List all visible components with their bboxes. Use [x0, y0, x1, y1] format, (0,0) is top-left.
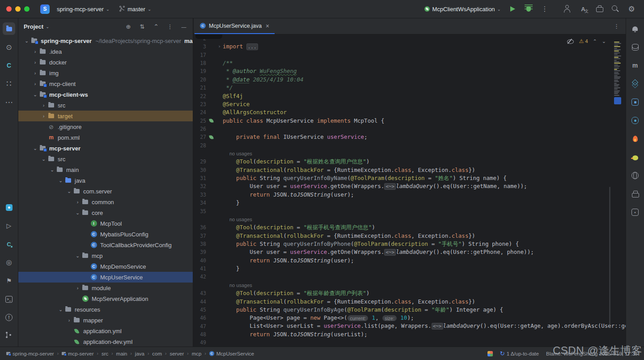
line-number[interactable]: 43 [194, 289, 206, 297]
code-line[interactable]: 47 List<User> userList = userService.lis… [194, 322, 626, 330]
dependencies-icon[interactable] [629, 77, 641, 90]
tree-item-application-dev-yml[interactable]: application-dev.yml [18, 336, 193, 347]
chevron-down-icon[interactable]: ⌄ [74, 253, 81, 259]
breadcrumb-item-main[interactable]: main [116, 351, 127, 356]
add-user-icon[interactable] [561, 3, 573, 15]
project-selector[interactable]: spring-mcp-server ⌄ [54, 4, 112, 14]
line-number[interactable]: 22 [194, 92, 206, 100]
line-number[interactable]: 27 [194, 133, 206, 141]
chevron-right-icon[interactable]: › [31, 81, 39, 86]
database-icon[interactable] [629, 41, 641, 53]
code-editor[interactable]: 23›import ...1718/**19 * @author WuFengS… [194, 34, 626, 347]
code-line[interactable]: 22@Slf4j [194, 92, 626, 100]
chevron-right-icon[interactable]: › [31, 70, 39, 76]
next-problem-icon[interactable]: ⌄ [602, 39, 606, 44]
previous-problem-icon[interactable]: ⌃ [593, 39, 597, 44]
tab-mcpuserservice-java[interactable]: C McpUserService.java × [195, 18, 275, 34]
tab-options-icon[interactable]: ⋮ [614, 23, 619, 30]
chevron-down-icon[interactable]: ⌄ [40, 156, 47, 162]
tree-item-mcpdemoservice[interactable]: CMcpDemoService [18, 261, 193, 272]
chevron-right-icon[interactable]: › [40, 103, 47, 108]
tree-item-mcpserverapplication[interactable]: McpServerApplication [18, 293, 193, 304]
codegeex-icon[interactable] [3, 59, 15, 72]
tree-item-docker[interactable]: ›docker [18, 57, 193, 68]
code-line[interactable]: 38 public String queryUserInfoByPhone(@T… [194, 240, 626, 248]
codegeex-chat-icon[interactable] [3, 238, 15, 250]
line-number[interactable]: 45 [194, 306, 206, 314]
tree-item-mybatisplusconfig[interactable]: CMybatisPlusConfig [18, 229, 193, 240]
line-number[interactable]: 29 [194, 158, 206, 166]
minimap-thumb[interactable] [614, 97, 621, 104]
tree-item-toolcallbackproviderconfig[interactable]: CToolCallbackProviderConfig [18, 240, 193, 250]
tree-item-img[interactable]: ›img [18, 68, 193, 78]
search-icon[interactable] [609, 3, 622, 15]
chevron-right-icon[interactable]: › [74, 199, 81, 205]
tree-item-target[interactable]: ›target [18, 111, 193, 121]
zoom-window-button[interactable] [24, 6, 30, 12]
code-line[interactable]: 2 [194, 34, 626, 43]
commit-icon[interactable] [3, 41, 15, 53]
tree-item-spring-mcp-server[interactable]: ⌄spring-mcp-server~/IdeaProjects/spring-… [18, 35, 193, 46]
chevron-down-icon[interactable]: ⌄ [57, 307, 64, 313]
chevron-right-icon[interactable]: › [31, 60, 39, 65]
usages-hint[interactable]: no usages [223, 215, 252, 223]
line-number[interactable]: 24 [194, 108, 206, 116]
code-line[interactable]: 3›import ... [194, 43, 626, 51]
code-line[interactable]: 36 @Tool(description = "根据手机号查询用户信息") [194, 223, 626, 231]
spring-bean-icon[interactable] [209, 135, 213, 139]
locate-file-icon[interactable] [125, 23, 132, 30]
code-line[interactable]: 32 User user = userService.getOne(Wrappe… [194, 182, 626, 190]
minimize-window-button[interactable] [15, 6, 21, 12]
project-icon[interactable] [3, 22, 15, 35]
chevron-right-icon[interactable]: › [40, 113, 47, 119]
editor-scrollbar[interactable] [609, 187, 610, 326]
breadcrumb-item-mcp[interactable]: mcp [192, 351, 202, 356]
line-number[interactable]: 38 [194, 240, 206, 248]
notifications-icon[interactable] [629, 22, 641, 35]
code-line[interactable]: 21 */ [194, 84, 626, 92]
tree-item-mcptool[interactable]: IMcpTool [18, 218, 193, 229]
tree-item-com-server[interactable]: ⌄com.server [18, 186, 193, 197]
line-number[interactable]: 47 [194, 322, 206, 330]
line-number[interactable]: 21 [194, 84, 206, 92]
code-inlay-row[interactable]: no usages [194, 150, 626, 158]
tree-item-mapper[interactable]: ›mapper [18, 315, 193, 326]
tree-item-main[interactable]: ⌄main [18, 164, 193, 175]
tree-item--gitignore[interactable]: ⊘.gitignore [18, 121, 193, 132]
line-number[interactable]: 17 [194, 51, 206, 59]
code-line[interactable]: 35 [194, 207, 626, 215]
code-inlay-row[interactable]: no usages [194, 215, 626, 223]
debug-icon[interactable] [522, 3, 535, 15]
code-line[interactable]: 25public class McpUserService implements… [194, 117, 626, 125]
code-line[interactable]: 37 @Transactional(rollbackFor = {Runtime… [194, 232, 626, 240]
code-line[interactable]: 28 [194, 141, 626, 150]
code-line[interactable]: 39 User user = userService.getOne(Wrappe… [194, 248, 626, 256]
line-number[interactable]: 49 [194, 339, 206, 347]
line-number[interactable]: 25 [194, 117, 206, 125]
code-line[interactable]: 42 [194, 273, 626, 281]
tree-item-resources[interactable]: ⌄resources [18, 304, 193, 315]
toolbox-icon[interactable] [593, 3, 606, 15]
run-config-selector[interactable]: McpClientWsApplication ⌄ [422, 4, 504, 14]
breadcrumb-item-mcp-server[interactable]: mcp-server [62, 351, 94, 356]
warnings-badge[interactable]: ⚠ 4 [579, 38, 588, 44]
chevron-down-icon[interactable]: ⌄ [31, 92, 39, 98]
close-window-button[interactable] [6, 6, 12, 12]
expand-all-icon[interactable] [139, 23, 146, 30]
tree-item-src[interactable]: ›src [18, 100, 193, 111]
line-number[interactable]: 18 [194, 59, 206, 67]
code-line[interactable]: 34 } [194, 199, 626, 207]
tree-item-pom-xml[interactable]: mpom.xml [18, 132, 193, 143]
line-number[interactable]: 48 [194, 330, 206, 339]
spring-bean-icon[interactable] [209, 119, 213, 123]
line-number[interactable]: 35 [194, 207, 206, 215]
chevron-right-icon[interactable]: › [65, 317, 73, 323]
fold-collapsed-icon[interactable]: › [216, 43, 223, 51]
translation-icon[interactable] [629, 169, 641, 182]
vcs-status-widget[interactable]: ↻ 1 Δ/up-to-date [500, 350, 539, 357]
code-line[interactable]: 44 @Transactional(rollbackFor = {Runtime… [194, 298, 626, 306]
code-line[interactable]: 23@Service [194, 100, 626, 108]
line-number[interactable]: 34 [194, 199, 206, 207]
line-number[interactable]: 46 [194, 314, 206, 322]
duck-icon[interactable] [629, 151, 641, 163]
